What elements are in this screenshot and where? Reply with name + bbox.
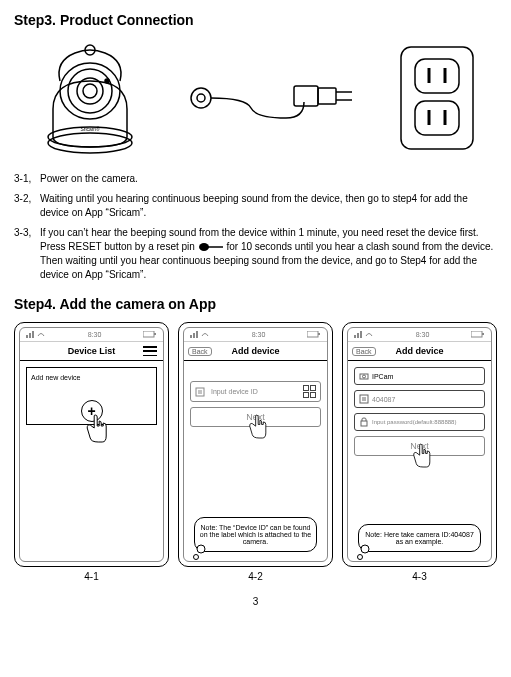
product-images-row: Sricam® [14, 38, 497, 158]
id-input[interactable]: 404087 [354, 390, 485, 408]
svg-rect-46 [360, 395, 368, 403]
svg-rect-40 [357, 333, 359, 338]
power-plug-illustration [186, 68, 356, 128]
wall-outlet-illustration [397, 43, 477, 153]
step3-title: Step3. Product Connection [14, 12, 497, 28]
screen-title: Add device [231, 346, 279, 356]
caption: 4-1 [14, 571, 169, 582]
step-text: If you can’t hear the beeping sound from… [40, 226, 497, 282]
phones-row: 8:30 Device List Add new device + [14, 322, 497, 567]
id-value: 404087 [372, 396, 395, 403]
status-bar: 8:30 [184, 328, 327, 342]
name-input[interactable]: IPCam [354, 367, 485, 385]
menu-icon[interactable] [143, 346, 157, 356]
svg-rect-32 [307, 331, 318, 337]
input-placeholder: Input device ID [211, 388, 258, 395]
battery-icon [471, 331, 485, 339]
battery-icon [307, 331, 321, 339]
page-number: 3 [14, 596, 497, 607]
caption: 4-2 [178, 571, 333, 582]
step-text: Waiting until you hearing continuous bee… [40, 192, 497, 220]
svg-point-37 [197, 545, 205, 553]
back-button[interactable]: Back [352, 347, 376, 356]
id-icon [195, 387, 205, 397]
svg-point-22 [199, 243, 209, 251]
phone-screen-4-1: 8:30 Device List Add new device + [14, 322, 169, 567]
hand-pointer-icon [411, 443, 433, 469]
camera-illustration: Sricam® [35, 41, 145, 156]
svg-rect-33 [318, 333, 320, 335]
name-value: IPCam [372, 373, 393, 380]
svg-rect-16 [415, 59, 459, 93]
back-button[interactable]: Back [188, 347, 212, 356]
next-button[interactable]: Next [354, 436, 485, 456]
svg-rect-12 [318, 88, 336, 104]
svg-point-4 [77, 78, 103, 104]
svg-text:Sricam®: Sricam® [80, 126, 100, 132]
step-num: 3-1, [14, 172, 40, 186]
step-text: Power on the camera. [40, 172, 497, 186]
svg-rect-15 [401, 47, 473, 149]
svg-point-2 [60, 63, 120, 119]
hand-pointer-icon [247, 414, 269, 440]
svg-rect-27 [143, 331, 154, 337]
status-bar: 8:30 [20, 328, 163, 342]
step3-list: 3-1, Power on the camera. 3-2, Waiting u… [14, 172, 497, 282]
next-button[interactable]: Next [190, 407, 321, 427]
step-num: 3-3, [14, 226, 40, 282]
phone-screen-4-2: 8:30 Back Add device Input device ID [178, 322, 333, 567]
status-bar: 8:30 [348, 328, 491, 342]
svg-rect-31 [196, 331, 198, 338]
password-input[interactable]: Input password(default:888888) [354, 413, 485, 431]
svg-point-45 [363, 375, 366, 378]
svg-point-6 [105, 79, 109, 83]
screen-title: Add device [395, 346, 443, 356]
note-bubble: Note: The “Device ID” can be found on th… [194, 517, 317, 552]
svg-rect-41 [360, 331, 362, 338]
svg-point-5 [83, 84, 97, 98]
svg-rect-29 [190, 335, 192, 338]
svg-rect-30 [193, 333, 195, 338]
battery-icon [143, 331, 157, 339]
add-device-box[interactable]: Add new device + [26, 367, 157, 425]
screen-title: Device List [68, 346, 116, 356]
reset-pin-icon [198, 242, 224, 252]
caption: 4-3 [342, 571, 497, 582]
svg-rect-28 [154, 333, 156, 335]
qr-icon[interactable] [303, 385, 316, 398]
pwd-placeholder: Input password(default:888888) [372, 419, 456, 425]
svg-rect-34 [196, 388, 204, 396]
svg-point-38 [194, 555, 199, 560]
step4-title: Step4. Add the camera on App [14, 296, 497, 312]
screen-title-bar: Back Add device [184, 342, 327, 361]
svg-rect-24 [26, 335, 28, 338]
lock-icon [359, 417, 369, 427]
svg-rect-19 [415, 101, 459, 135]
hand-pointer-icon [84, 414, 110, 444]
status-time: 8:30 [252, 331, 266, 338]
svg-rect-26 [32, 331, 34, 338]
svg-point-9 [191, 88, 211, 108]
step-num: 3-2, [14, 192, 40, 220]
id-icon [359, 394, 369, 404]
svg-rect-42 [471, 331, 482, 337]
device-id-input[interactable]: Input device ID [190, 381, 321, 402]
svg-rect-49 [361, 421, 367, 426]
signal-icon [354, 330, 374, 339]
note-bubble: Note: Here take camera ID:404087 as an e… [358, 524, 481, 552]
svg-rect-11 [294, 86, 318, 106]
svg-point-0 [48, 133, 132, 153]
svg-point-10 [197, 94, 205, 102]
signal-icon [26, 330, 46, 339]
svg-rect-25 [29, 333, 31, 338]
signal-icon [190, 330, 210, 339]
svg-point-3 [68, 69, 112, 113]
status-time: 8:30 [416, 331, 430, 338]
svg-point-50 [361, 545, 369, 553]
screen-title-bar: Back Add device [348, 342, 491, 361]
svg-point-51 [358, 555, 363, 560]
screen-title-bar: Device List [20, 342, 163, 361]
status-time: 8:30 [88, 331, 102, 338]
svg-rect-43 [482, 333, 484, 335]
add-device-label: Add new device [31, 374, 80, 381]
